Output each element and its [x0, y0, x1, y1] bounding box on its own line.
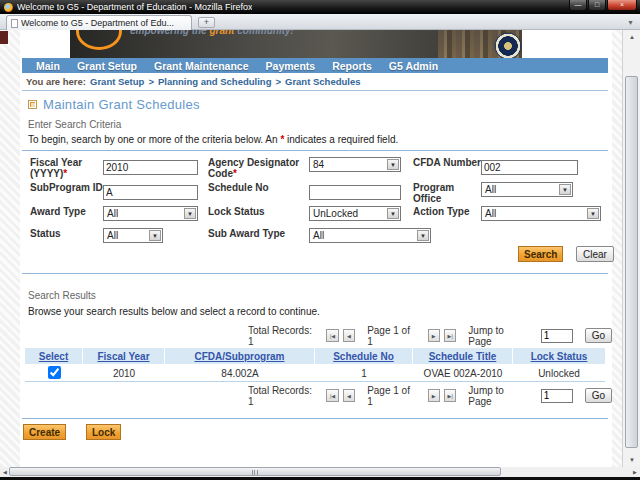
scrollbar-grip-icon	[252, 470, 259, 475]
page-indicator: Page 1 of 1	[367, 385, 415, 407]
award-type-select[interactable]: All ▼	[103, 206, 198, 221]
nav-item-grant-maintenance[interactable]: Grant Maintenance	[154, 60, 249, 72]
horizontal-scrollbar-thumb[interactable]	[9, 467, 501, 476]
subprogram-id-label: SubProgram ID	[30, 182, 103, 193]
breadcrumb-link-grant-schedules[interactable]: Grant Schedules	[285, 76, 361, 87]
chevron-down-icon: ▼	[417, 230, 429, 241]
previous-page-icon[interactable]: ◀	[343, 389, 355, 402]
new-tab-button[interactable]: +	[198, 17, 215, 28]
tab-bar: Welcome to G5 - Department of Edu... + ▾	[0, 14, 640, 30]
tab-list-dropdown-icon[interactable]: ▾	[624, 17, 637, 28]
window-edge-artifact	[0, 31, 8, 44]
lock-status-select[interactable]: UnLocked ▼	[309, 206, 401, 221]
status-select[interactable]: All ▼	[103, 228, 163, 243]
chevron-down-icon: ▼	[149, 230, 161, 241]
chevron-down-icon: ▼	[387, 208, 399, 219]
form-row-3: Award Type All ▼ Lock Status UnLocked ▼ …	[30, 206, 608, 221]
total-records: Total Records: 1	[248, 385, 316, 407]
lock-status-value: UnLocked	[313, 208, 358, 219]
tagline-highlight: grant	[209, 30, 234, 36]
fiscal-year-input[interactable]	[103, 160, 198, 175]
next-page-icon[interactable]: ▶	[428, 329, 440, 342]
program-office-value: All	[485, 184, 496, 195]
scroll-right-icon[interactable]: ▶	[630, 467, 640, 477]
close-button[interactable]: ×	[607, 0, 637, 11]
last-page-icon[interactable]: ▶|	[444, 389, 456, 402]
cfda-number-input[interactable]	[481, 160, 578, 175]
lock-status-label: Lock Status	[208, 206, 309, 217]
last-page-icon[interactable]: ▶|	[444, 329, 456, 342]
agency-designator-label: Agency Designator Code*	[208, 157, 309, 179]
tab-welcome-g5[interactable]: Welcome to G5 - Department of Edu...	[6, 15, 192, 30]
clear-button[interactable]: Clear	[576, 246, 614, 262]
fiscal-year-label: Fiscal Year (YYYY)*	[30, 157, 103, 179]
award-type-value: All	[107, 208, 118, 219]
subprogram-id-input[interactable]	[103, 185, 198, 200]
firefox-icon	[4, 3, 13, 12]
program-office-select[interactable]: All ▼	[481, 182, 573, 197]
header-lock-status[interactable]: Lock Status	[513, 348, 605, 365]
results-table: Select Fiscal Year CFDA/Subprogram Sched…	[25, 348, 605, 382]
agency-designator-select[interactable]: 84 ▼	[309, 157, 401, 172]
cell-fiscal-year: 2010	[83, 368, 165, 379]
schedule-no-label: Schedule No	[208, 182, 309, 193]
required-marker: *	[63, 168, 67, 179]
sub-award-type-select[interactable]: All ▼	[309, 228, 431, 243]
jump-to-page-input[interactable]	[541, 329, 573, 343]
tagline-prefix: empowering the	[130, 30, 209, 36]
row-select-checkbox[interactable]	[48, 366, 61, 379]
breadcrumb-link-grant-setup[interactable]: Grant Setup	[90, 76, 144, 87]
vertical-scrollbar-thumb[interactable]	[625, 76, 638, 448]
nav-item-main[interactable]: Main	[36, 60, 60, 72]
chevron-down-icon: ▼	[184, 208, 196, 219]
page-indicator: Page 1 of 1	[367, 325, 415, 347]
page-icon	[11, 19, 18, 28]
breadcrumb-link-planning-scheduling[interactable]: Planning and Scheduling	[158, 76, 271, 87]
search-results-heading: Search Results	[28, 290, 96, 301]
nav-item-reports[interactable]: Reports	[332, 60, 372, 72]
jump-to-page-label: Jump to Page	[468, 385, 526, 407]
next-page-icon[interactable]: ▶	[428, 389, 440, 402]
first-page-icon[interactable]: |◀	[326, 389, 338, 402]
minimize-button[interactable]: —	[569, 0, 587, 11]
action-type-select[interactable]: All ▼	[481, 206, 601, 221]
jump-to-page-input[interactable]	[541, 389, 573, 403]
breadcrumb-separator: >	[275, 76, 281, 87]
sub-award-type-label: Sub Award Type	[208, 228, 309, 239]
nav-item-grant-setup[interactable]: Grant Setup	[77, 60, 137, 72]
scroll-down-icon[interactable]: ▼	[623, 453, 640, 467]
nav-item-payments[interactable]: Payments	[266, 60, 316, 72]
window-title: Welcome to G5 - Department of Education …	[17, 2, 252, 12]
window-controls: — □ ×	[568, 0, 637, 14]
create-button[interactable]: Create	[23, 424, 66, 440]
table-row: 2010 84.002A 1 OVAE 002A-2010 Unlocked	[25, 365, 605, 382]
breadcrumb-prefix: You are here:	[26, 76, 86, 87]
window-titlebar: Welcome to G5 - Department of Education …	[0, 0, 640, 14]
header-schedule-no[interactable]: Schedule No	[315, 348, 413, 365]
header-select[interactable]: Select	[25, 348, 83, 365]
header-cfda-subprogram[interactable]: CFDA/Subprogram	[165, 348, 315, 365]
pagination-bottom: Total Records: 1 |◀ ◀ Page 1 of 1 ▶ ▶| J…	[248, 388, 612, 403]
form-row-2: SubProgram ID Schedule No Program Office…	[30, 182, 608, 204]
search-button[interactable]: Search	[518, 246, 563, 262]
chevron-down-icon: ▼	[559, 184, 571, 195]
go-button[interactable]: Go	[585, 388, 612, 403]
instructions-text: indicates a required field.	[284, 134, 398, 145]
lock-button[interactable]: Lock	[86, 424, 121, 440]
header-schedule-title[interactable]: Schedule Title	[413, 348, 513, 365]
schedule-no-input[interactable]	[309, 185, 401, 200]
banner-flag-image	[365, 35, 387, 46]
maximize-button[interactable]: □	[588, 0, 606, 11]
go-button[interactable]: Go	[585, 328, 612, 343]
first-page-icon[interactable]: |◀	[326, 329, 338, 342]
status-label: Status	[30, 228, 103, 239]
page-content: empowering the grant community! Main Gra…	[20, 30, 612, 467]
section-divider	[22, 273, 608, 274]
browser-viewport: empowering the grant community! Main Gra…	[0, 30, 622, 467]
table-header-row: Select Fiscal Year CFDA/Subprogram Sched…	[25, 348, 605, 365]
horizontal-scrollbar: ◀ ▶	[0, 467, 640, 477]
nav-item-g5-admin[interactable]: G5 Admin	[389, 60, 438, 72]
header-fiscal-year[interactable]: Fiscal Year	[83, 348, 165, 365]
previous-page-icon[interactable]: ◀	[343, 329, 355, 342]
scroll-up-icon[interactable]: ▲	[623, 30, 640, 44]
